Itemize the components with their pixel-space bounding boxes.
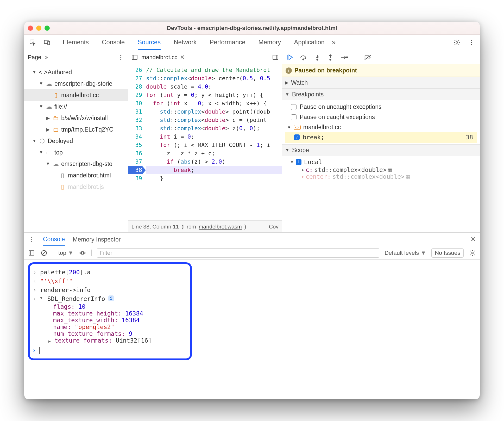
execution-context-selector[interactable]: top ▼	[58, 250, 74, 256]
console-filter-input[interactable]: Filter	[97, 248, 380, 258]
breakpoint-code: break;	[303, 134, 324, 141]
checkbox-icon[interactable]: ✓	[294, 134, 300, 140]
toggle-debugger-icon[interactable]	[272, 54, 279, 61]
pause-uncaught-checkbox[interactable]: Pause on uncaught exceptions	[285, 102, 477, 112]
svg-rect-10	[132, 55, 137, 59]
coverage-label[interactable]: Cov	[269, 224, 279, 230]
resume-button[interactable]	[286, 54, 293, 61]
tab-performance[interactable]: Performance	[210, 35, 245, 50]
step-over-button[interactable]	[300, 54, 307, 61]
checkbox-icon[interactable]	[291, 114, 297, 120]
drawer-tab-memory-inspector[interactable]: Memory Inspector	[73, 233, 121, 246]
source-tab-name: mandelbrot.cc	[141, 54, 177, 61]
clear-console-icon[interactable]	[40, 249, 48, 257]
prop-val: 10	[78, 303, 86, 310]
scope-local[interactable]: ▼ L Local	[285, 158, 477, 166]
prop-key: max_texture_height:	[53, 310, 122, 317]
drawer-tab-console[interactable]: Console	[43, 233, 65, 246]
code-column[interactable]: // Calculate and draw the Mandelbrotstd:…	[144, 64, 282, 220]
section-label: Watch	[291, 79, 308, 86]
tab-application[interactable]: Application	[294, 35, 324, 50]
section-scope[interactable]: ▼ Scope	[282, 144, 480, 156]
from-link[interactable]: mandelbrot.wasm	[199, 224, 242, 230]
scope-body: ▼ L Local ▶ c: std::complex<double> ▦ ▶ …	[282, 156, 480, 182]
navigator-menu-icon[interactable]	[117, 54, 124, 61]
tree-folder[interactable]: ▶ 🗀 b/s/w/ir/x/w/install	[24, 112, 128, 124]
prop-key: num_texture_formats:	[53, 330, 125, 337]
breakpoints-body: Pause on uncaught exceptions Pause on ca…	[282, 100, 480, 144]
section-breakpoints[interactable]: ▼ Breakpoints	[282, 89, 480, 100]
step-button[interactable]	[340, 54, 348, 60]
step-into-button[interactable]	[314, 54, 320, 61]
prop-val: 16384	[125, 310, 143, 317]
tree-file[interactable]: ▯ mandelbrot.js	[24, 181, 128, 193]
prop-val: 16384	[122, 317, 140, 324]
tree-frame-top[interactable]: ▼ ▭ top	[24, 147, 128, 158]
console-sidebar-toggle-icon[interactable]	[28, 249, 35, 257]
scope-variable[interactable]: ▶ center: std::complex<double> ▦	[285, 173, 477, 180]
live-expression-icon[interactable]	[79, 249, 86, 257]
tree-label: emscripten-dbg-storie	[54, 80, 112, 87]
console-output-object[interactable]: ‹ ▼ SDL_RendererInfo i	[32, 294, 185, 303]
object-property[interactable]: ▶ texture_formats: Uint32[16]	[32, 337, 185, 344]
tree-label: Authored	[48, 69, 72, 76]
toggle-navigator-icon[interactable]	[131, 54, 138, 61]
drawer-menu-icon[interactable]	[28, 236, 35, 243]
breakpoint-file-name: mandelbrot.cc	[303, 124, 341, 131]
navigator-more-tabs[interactable]: »	[45, 54, 48, 61]
console-body[interactable]: › palette[200].a ‹ "'\\xff'" › renderer-…	[24, 260, 480, 399]
tree-section-deployed[interactable]: ▼ ⬡ Deployed	[24, 135, 128, 147]
tree-file-scheme[interactable]: ▼ ☁ file://	[24, 101, 128, 112]
source-editor[interactable]: 2627282930313233343536373839 // Calculat…	[128, 64, 282, 220]
line-gutter[interactable]: 2627282930313233343536373839	[128, 64, 144, 220]
tab-network[interactable]: Network	[174, 35, 197, 50]
log-levels-selector[interactable]: Default levels ▼	[385, 250, 426, 256]
close-tab-icon[interactable]: ✕	[180, 54, 185, 61]
file-tree[interactable]: ▼ < > Authored ▼ ☁ emscripten-dbg-storie…	[24, 64, 128, 232]
scope-key: center:	[306, 173, 331, 180]
svg-point-6	[471, 44, 472, 45]
console-settings-icon[interactable]	[469, 249, 476, 257]
issues-button[interactable]: No Issues	[431, 248, 464, 258]
inspect-element-icon[interactable]	[29, 39, 36, 46]
breakpoint-entry[interactable]: ✓ break; 38	[285, 132, 477, 143]
tree-origin[interactable]: ▼ ☁ emscripten-dbg-storie	[24, 78, 128, 89]
tab-elements[interactable]: Elements	[63, 35, 89, 50]
step-out-button[interactable]	[327, 54, 333, 61]
object-property: max_texture_width: 16384	[32, 317, 185, 324]
navigator-tab-page[interactable]: Page	[28, 54, 41, 61]
tree-origin[interactable]: ▼ ☁ emscripten-dbg-sto	[24, 158, 128, 170]
scope-variable[interactable]: ▶ c: std::complex<double> ▦	[285, 166, 477, 173]
tree-label: b/s/w/ir/x/w/install	[61, 115, 108, 122]
source-badge-icon: <>	[294, 125, 301, 130]
memory-icon[interactable]: ▦	[406, 173, 410, 180]
checkbox-icon[interactable]	[291, 104, 297, 110]
section-watch[interactable]: ▶ Watch	[282, 77, 480, 89]
tree-folder[interactable]: ▶ 🗀 tmp/tmp.ELcTq2YC	[24, 124, 128, 135]
drawer-close-icon[interactable]: ✕	[470, 235, 476, 243]
pause-caught-checkbox[interactable]: Pause on caught exceptions	[285, 112, 477, 122]
kebab-menu-icon[interactable]	[468, 39, 475, 46]
settings-gear-icon[interactable]	[453, 39, 461, 46]
deactivate-breakpoints-button[interactable]	[364, 54, 372, 60]
prop-key: name:	[53, 324, 71, 330]
tree-file[interactable]: ▯ mandelbrot.html	[24, 170, 128, 181]
more-tabs-button[interactable]: »	[332, 38, 336, 46]
svg-point-27	[472, 252, 474, 254]
prop-val: 9	[129, 330, 133, 337]
breakpoint-file-group[interactable]: ▼ <> mandelbrot.cc	[285, 122, 477, 132]
device-toolbar-icon[interactable]	[43, 39, 51, 46]
tree-section-authored[interactable]: ▼ < > Authored	[24, 66, 128, 78]
expand-toggle-icon[interactable]: ▶	[48, 339, 51, 344]
tab-console[interactable]: Console	[102, 35, 125, 50]
console-prompt[interactable]: ›	[32, 344, 185, 354]
tab-memory[interactable]: Memory	[259, 35, 281, 50]
expand-toggle-icon[interactable]: ▼	[40, 295, 44, 300]
tree-file-selected[interactable]: ▯ mandelbrot.cc	[24, 89, 128, 101]
memory-icon[interactable]: ▦	[388, 166, 392, 173]
source-tab[interactable]: mandelbrot.cc ✕	[141, 54, 185, 61]
tab-sources[interactable]: Sources	[138, 35, 161, 50]
object-property: name: "opengles2"	[32, 324, 185, 330]
info-badge-icon[interactable]: i	[108, 295, 114, 301]
section-label: Scope	[292, 147, 309, 154]
